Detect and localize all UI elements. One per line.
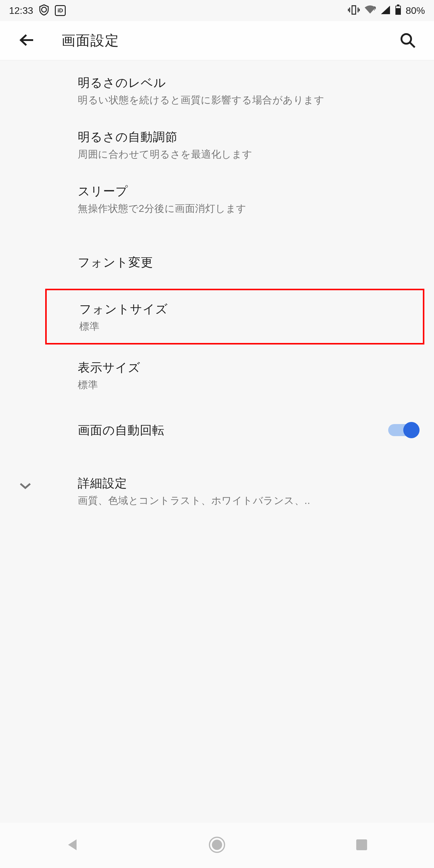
setting-desc: 標準	[78, 378, 423, 392]
setting-auto-brightness[interactable]: 明るさの自動調節 周囲に合わせて明るさを最適化します	[0, 118, 434, 172]
nav-home-icon	[209, 836, 225, 855]
page-title: 画面設定	[61, 31, 396, 50]
chevron-down-icon	[19, 481, 32, 491]
shield-icon	[38, 4, 50, 17]
setting-title: スリープ	[78, 182, 423, 200]
setting-title: フォントサイズ	[79, 300, 417, 318]
toggle-knob	[403, 422, 420, 438]
wifi-icon	[364, 5, 376, 16]
vibration-icon	[348, 4, 360, 17]
setting-desc: 無操作状態で2分後に画面消灯します	[78, 201, 423, 216]
back-button[interactable]	[14, 29, 38, 53]
setting-title: 詳細設定	[78, 474, 423, 492]
setting-title: 画面の自動回転	[78, 421, 380, 439]
app-bar: 画面設定	[0, 21, 434, 60]
setting-font-size[interactable]: フォントサイズ 標準	[45, 289, 424, 345]
cellular-icon	[380, 5, 391, 16]
setting-title: 表示サイズ	[78, 358, 423, 376]
setting-sleep[interactable]: スリープ 無操作状態で2分後に画面消灯します	[0, 172, 434, 226]
svg-rect-3	[396, 6, 400, 8]
setting-title: フォント変更	[78, 253, 423, 271]
search-icon	[399, 32, 416, 50]
nav-recent-icon	[355, 839, 368, 852]
nav-recent-button[interactable]	[329, 832, 395, 859]
status-left: 12:33 iD	[9, 4, 66, 17]
setting-desc: 標準	[79, 319, 417, 334]
battery-icon	[395, 4, 401, 17]
id-icon: iD	[55, 5, 66, 16]
nav-back-icon	[66, 838, 79, 853]
setting-title: 明るさの自動調節	[78, 128, 423, 146]
status-right: 80%	[348, 4, 425, 17]
svg-rect-2	[397, 4, 399, 6]
status-bar: 12:33 iD 80%	[0, 0, 434, 21]
setting-desc: 周囲に合わせて明るさを最適化します	[78, 147, 423, 161]
battery-percentage: 80%	[406, 5, 425, 16]
setting-brightness-level[interactable]: 明るさのレベル 明るい状態を続けると画質に影響する場合があります	[0, 63, 434, 118]
setting-desc: 画質、色域とコントラスト、ホワイトバランス、..	[78, 493, 423, 508]
navigation-bar	[0, 823, 434, 868]
arrow-back-icon	[19, 32, 35, 50]
setting-desc: 明るい状態を続けると画質に影響する場合があります	[78, 93, 423, 107]
nav-home-button[interactable]	[184, 832, 250, 859]
setting-font-change[interactable]: フォント変更	[0, 239, 434, 285]
status-time: 12:33	[9, 5, 33, 16]
setting-auto-rotate[interactable]: 画面の自動回転	[0, 407, 434, 453]
setting-display-size[interactable]: 表示サイズ 標準	[0, 348, 434, 402]
svg-rect-7	[356, 839, 367, 850]
svg-point-6	[212, 840, 222, 850]
setting-title: 明るさのレベル	[78, 73, 423, 92]
auto-rotate-toggle[interactable]	[388, 424, 416, 436]
search-button[interactable]	[396, 29, 420, 53]
svg-rect-0	[352, 6, 355, 14]
settings-list: 明るさのレベル 明るい状態を続けると画質に影響する場合があります 明るさの自動調…	[0, 60, 434, 518]
nav-back-button[interactable]	[39, 832, 105, 859]
setting-advanced[interactable]: 詳細設定 画質、色域とコントラスト、ホワイトバランス、..	[0, 464, 434, 518]
